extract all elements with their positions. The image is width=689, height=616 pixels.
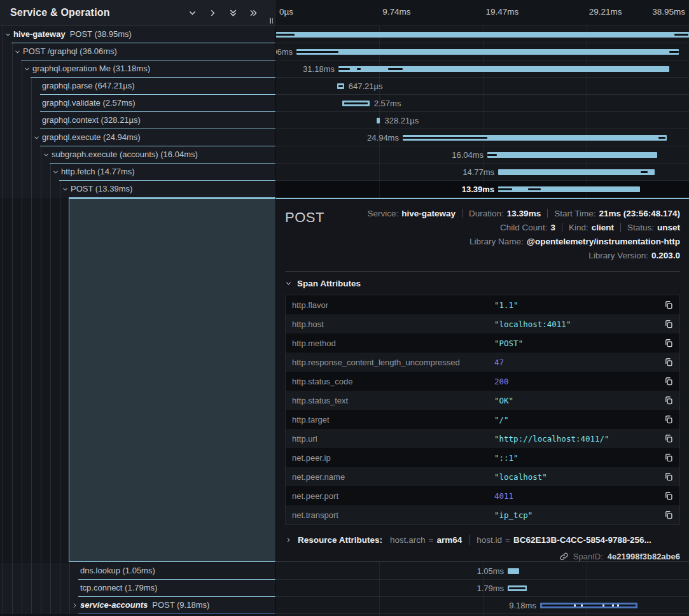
copy-value-button[interactable] [664, 339, 673, 347]
tree-row[interactable]: graphql.parse (647.21µs) [0, 78, 275, 95]
tree-row[interactable]: POST (13.39ms) [0, 181, 275, 198]
timeline-row[interactable]: 36.06ms [276, 43, 689, 60]
collapse-span-toggle[interactable] [52, 169, 59, 176]
span-duration-bar[interactable] [342, 101, 370, 106]
tree-row[interactable]: graphql.operation Me (31.18ms) [0, 60, 275, 78]
timeline-ruler[interactable]: 0µs9.74ms19.47ms29.21ms38.95ms [276, 0, 689, 26]
indent-guide [60, 181, 60, 198]
collapse-span-toggle[interactable] [43, 151, 50, 158]
span-duration-bar[interactable] [276, 32, 689, 38]
timeline-row[interactable]: 13.39ms [276, 181, 689, 198]
span-duration-bar[interactable] [296, 49, 679, 55]
detail-row-span-block [69, 198, 276, 562]
span-row-label: graphql.parse (647.21µs) [42, 78, 135, 94]
collapse-span-toggle[interactable] [14, 48, 21, 55]
operation-name: POST (9.18ms) [152, 600, 209, 610]
tree-row[interactable]: POST /graphql (36.06ms) [0, 43, 275, 60]
tree-row[interactable]: dns.lookup (1.05ms) [0, 563, 275, 580]
attribute-row: net.peer.ip"::1" [286, 448, 679, 467]
timeline-row[interactable]: 1.79ms [276, 580, 689, 597]
indent-guide [60, 580, 60, 597]
copy-value-button[interactable] [664, 472, 673, 481]
copy-value-button[interactable] [664, 300, 673, 309]
indent-guide [22, 129, 22, 146]
timeline-row[interactable] [276, 26, 689, 43]
chevrons-right-button[interactable] [249, 8, 258, 18]
chevron-down-button[interactable] [188, 8, 197, 18]
tree-row[interactable]: graphql.execute (24.94ms) [0, 129, 275, 146]
copy-value-button[interactable] [664, 319, 673, 328]
span-duration-bar[interactable] [508, 568, 518, 574]
span-duration-bar[interactable] [498, 169, 655, 175]
deep-link-icon[interactable] [559, 552, 569, 561]
attribute-row: net.transport"ip_tcp" [286, 505, 679, 524]
span-duration-bar[interactable] [487, 152, 657, 158]
copy-value-button[interactable] [664, 453, 673, 462]
tree-row[interactable]: graphql.validate (2.57ms) [0, 95, 275, 112]
overview-label: Library Name: [470, 237, 524, 246]
copy-value-button[interactable] [664, 396, 673, 405]
timeline-row[interactable]: 9.18ms [276, 597, 689, 614]
indent-guide [12, 164, 13, 181]
tree-row[interactable]: tcp.connect (1.79ms) [0, 580, 275, 597]
panel-divider[interactable] [275, 0, 276, 616]
collapse-span-toggle[interactable] [24, 66, 31, 73]
span-duration-label: 13.39ms [462, 181, 494, 198]
expand-span-toggle[interactable] [71, 602, 78, 609]
span-duration-label: 9.18ms [509, 597, 536, 614]
span-attributes-toggle[interactable]: Span Attributes [285, 272, 680, 295]
span-detail-title: POST [285, 203, 324, 262]
indent-guide [22, 78, 22, 95]
indent-guide [12, 181, 13, 198]
timeline-row[interactable]: 31.18ms [276, 60, 689, 78]
collapse-span-toggle[interactable] [4, 31, 11, 38]
timeline-row[interactable]: 1.05ms [276, 563, 689, 580]
resource-attributes-toggle[interactable]: Resource Attributes: host.arch=arm64host… [285, 532, 680, 547]
tree-row[interactable]: service-accountsPOST (9.18ms) [0, 597, 275, 614]
indent-guide [12, 60, 13, 78]
span-duration-bar[interactable] [338, 66, 669, 72]
tree-row[interactable]: http.fetch (14.77ms) [0, 164, 275, 181]
copy-value-button[interactable] [664, 377, 673, 386]
span-id-value: 4e21998f3b82abe6 [608, 552, 680, 561]
copy-icon [664, 472, 673, 481]
timeline-row[interactable]: 647.21µs [276, 78, 689, 95]
span-duration-bar[interactable] [337, 83, 344, 89]
chevron-down-icon [52, 169, 59, 176]
panel-resize-grip[interactable] [270, 18, 273, 24]
tree-row[interactable]: graphql.context (328.21µs) [0, 112, 275, 129]
copy-value-button[interactable] [664, 434, 673, 443]
chevron-down-icon [285, 280, 292, 287]
attribute-key: net.peer.ip [292, 453, 494, 463]
copy-icon [664, 491, 673, 500]
attribute-value: 200 [494, 377, 664, 386]
timeline-row[interactable]: 24.94ms [276, 129, 689, 146]
span-row-label: http.fetch (14.77ms) [61, 164, 135, 180]
tree-row[interactable]: subgraph.execute (accounts) (16.04ms) [0, 146, 275, 164]
indent-guide [31, 181, 32, 198]
copy-value-button[interactable] [664, 510, 673, 519]
timeline-row[interactable]: 16.04ms [276, 146, 689, 164]
span-duration-bar[interactable] [403, 135, 667, 141]
tree-row[interactable]: hive-gatewayPOST (38.95ms) [0, 26, 275, 43]
timeline-row[interactable]: 14.77ms [276, 164, 689, 181]
chevrons-down-button[interactable] [228, 8, 238, 18]
copy-value-button[interactable] [664, 415, 673, 424]
span-duration-label: 1.79ms [477, 580, 504, 597]
timeline-row[interactable]: 2.57ms [276, 95, 689, 112]
span-duration-bar[interactable] [508, 585, 527, 591]
span-duration-bar[interactable] [540, 603, 637, 608]
overview-line: Child Count:3Kind:clientStatus:unset [500, 220, 680, 234]
span-duration-bar[interactable] [498, 186, 640, 192]
chevron-down-icon [188, 8, 197, 18]
indent-guide [22, 164, 22, 181]
chevron-right-button[interactable] [208, 8, 218, 18]
copy-icon [664, 396, 673, 405]
span-duration-bar[interactable] [377, 118, 380, 123]
collapse-span-toggle[interactable] [62, 186, 69, 193]
copy-value-button[interactable] [664, 491, 673, 500]
span-duration-label: 647.21µs [349, 78, 383, 95]
collapse-span-toggle[interactable] [33, 134, 40, 141]
timeline-row[interactable]: 328.21µs [276, 112, 689, 129]
copy-value-button[interactable] [664, 358, 673, 367]
